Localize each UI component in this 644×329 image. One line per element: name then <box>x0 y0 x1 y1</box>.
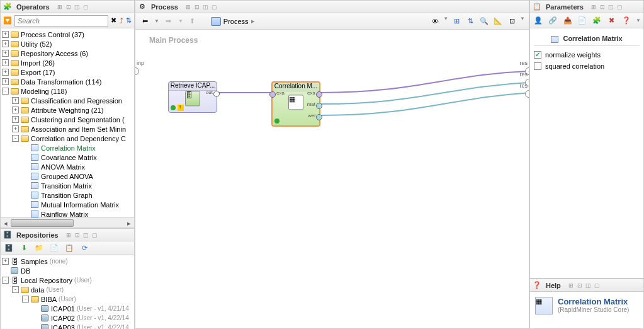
panel-btn-icon[interactable]: ◫ <box>74 3 81 11</box>
collapse-icon[interactable]: - <box>2 88 9 95</box>
panel-btn-icon[interactable]: ⊡ <box>193 3 201 11</box>
expand-icon[interactable]: + <box>12 125 19 132</box>
tree-item[interactable]: Transition Matrix <box>1 181 134 190</box>
tree-item[interactable]: -data(User) <box>1 285 134 294</box>
collapse-icon[interactable]: - <box>12 286 19 293</box>
collapse-icon[interactable]: - <box>22 296 29 303</box>
scroll-thumb[interactable] <box>11 219 74 227</box>
repositories-tree[interactable]: +🗄Samples(none)DB-🗄Local Repository(User… <box>1 255 134 329</box>
expand-icon[interactable]: + <box>2 78 9 85</box>
panel-btn-icon[interactable]: ▢ <box>82 3 90 11</box>
process-result-port[interactable] <box>525 90 529 98</box>
tree-item[interactable]: Covariance Matrix <box>1 153 134 162</box>
panel-btn-icon[interactable]: ◫ <box>607 3 615 11</box>
param-help-button[interactable]: ❓ <box>621 15 632 26</box>
panel-btn-icon[interactable]: ⊞ <box>65 231 72 239</box>
operator-output-port[interactable] <box>316 91 322 98</box>
repo-add-button[interactable]: 🗄️ <box>3 243 14 254</box>
expand-icon[interactable]: + <box>12 107 19 113</box>
operator-output-port[interactable] <box>213 91 220 97</box>
snap-button[interactable]: ⊡ <box>506 16 517 27</box>
operator-input-port[interactable] <box>269 91 276 98</box>
repo-folder-button[interactable]: 📁 <box>33 243 45 254</box>
expand-icon[interactable]: + <box>2 59 9 66</box>
arrange-button[interactable]: ⇅ <box>465 16 476 27</box>
expand-icon[interactable]: + <box>12 97 19 104</box>
operator-output-port[interactable] <box>316 114 322 120</box>
tree-item[interactable]: Rainflow Matrix <box>1 209 134 217</box>
repo-paste-button[interactable]: 📋 <box>64 243 75 254</box>
repo-new-button[interactable]: ⬇ <box>18 243 30 254</box>
panel-btn-icon[interactable]: ⊡ <box>74 231 81 239</box>
collapse-icon[interactable]: - <box>12 135 19 142</box>
tree-item[interactable]: -🗄Local Repository(User) <box>1 275 134 285</box>
horizontal-scrollbar[interactable]: ◂ ▸ <box>1 217 134 228</box>
operator-output-port[interactable] <box>316 103 322 109</box>
panel-btn-icon[interactable]: ⊞ <box>590 3 597 11</box>
zoom-button[interactable]: 🔍 <box>478 16 490 27</box>
sort-button[interactable]: ⇅ <box>126 15 132 26</box>
expand-icon[interactable]: + <box>2 40 9 47</box>
expand-icon[interactable]: + <box>2 258 9 265</box>
expand-icon[interactable]: + <box>2 69 9 76</box>
panel-btn-icon[interactable]: ▢ <box>211 3 218 11</box>
param-button[interactable]: 🧩 <box>592 15 602 26</box>
process-canvas[interactable]: Main Process inp res res res Retrieve IC… <box>135 30 529 328</box>
tree-item[interactable]: +Data Transformation (114) <box>1 77 134 86</box>
filter-dropdown-button[interactable]: 🔽 <box>3 15 12 26</box>
layout-button[interactable]: ⊞ <box>451 16 462 27</box>
scroll-right-icon[interactable]: ▸ <box>124 218 134 228</box>
panel-btn-icon[interactable]: ◫ <box>202 3 210 11</box>
panel-btn-icon[interactable]: ⊞ <box>184 3 192 11</box>
collapse-icon[interactable]: - <box>2 277 9 284</box>
expand-icon[interactable]: + <box>2 31 9 38</box>
repo-refresh-button[interactable]: ⟳ <box>79 243 90 254</box>
tree-item[interactable]: Grouped ANOVA <box>1 171 134 181</box>
repo-copy-button[interactable]: 📄 <box>48 243 60 254</box>
param-normalize-weights[interactable]: ✔ normalize weights <box>534 51 640 59</box>
process-input-port[interactable] <box>135 67 139 75</box>
operator-retrieve[interactable]: Retrieve ICAP... 🗄 out ! <box>168 81 217 113</box>
param-user-button[interactable]: 👤 <box>533 15 543 26</box>
tree-item[interactable]: -Correlation and Dependency C <box>1 134 134 143</box>
param-link-button[interactable]: 🔗 <box>547 15 558 26</box>
tree-item[interactable]: -BIBA(User) <box>1 294 134 304</box>
expand-icon[interactable]: + <box>2 50 9 57</box>
breadcrumb[interactable]: Process ▸ <box>211 17 255 26</box>
panel-btn-icon[interactable]: ◫ <box>585 282 592 289</box>
tree-item[interactable]: +Classification and Regression <box>1 96 134 105</box>
clear-search-button[interactable]: ✖ <box>111 15 116 26</box>
tree-item[interactable]: Correlation Matrix <box>1 143 134 153</box>
auto-button[interactable]: 📐 <box>492 16 504 27</box>
tree-item[interactable]: +Process Control (37) <box>1 30 134 39</box>
tree-item[interactable]: ANOVA Matrix <box>1 162 134 171</box>
nav-up-button[interactable]: ⬆ <box>187 16 198 27</box>
panel-btn-icon[interactable]: ⊞ <box>56 3 64 11</box>
panel-btn-icon[interactable]: ⊡ <box>576 282 584 289</box>
param-export-button[interactable]: 📤 <box>562 15 573 26</box>
tree-item[interactable]: +Import (26) <box>1 58 134 67</box>
panel-btn-icon[interactable]: ⊡ <box>599 3 606 11</box>
tree-item[interactable]: -Modeling (118) <box>1 86 134 96</box>
tree-item[interactable]: ICAP02(User - v1, 4/22/14 <box>1 313 134 323</box>
search-input[interactable] <box>14 15 108 26</box>
checkbox-unchecked-icon[interactable] <box>534 62 541 70</box>
panel-btn-icon[interactable]: ⊞ <box>567 282 575 289</box>
tree-item[interactable]: +Utility (52) <box>1 39 134 49</box>
tree-item[interactable]: Mutual Information Matrix <box>1 200 134 209</box>
panel-btn-icon[interactable]: ▢ <box>91 231 99 239</box>
tree-item[interactable]: +Association and Item Set Minin <box>1 124 134 134</box>
expand-button[interactable]: ⤴ <box>119 15 123 26</box>
tree-item[interactable]: ICAP01(User - v1, 4/21/14 <box>1 304 134 313</box>
param-button[interactable]: 📄 <box>577 15 587 26</box>
nav-forward-button[interactable]: ➡ <box>163 16 174 27</box>
tree-item[interactable]: DB <box>1 266 134 275</box>
tree-item[interactable]: +Repository Access (6) <box>1 49 134 58</box>
operator-correlation-matrix[interactable]: Correlation M... ▦ exa exa mat wei <box>271 81 320 127</box>
tree-item[interactable]: +Attribute Weighting (21) <box>1 105 134 115</box>
panel-btn-icon[interactable]: ⊡ <box>65 3 72 11</box>
panel-btn-icon[interactable]: ▢ <box>616 3 624 11</box>
panel-btn-icon[interactable]: ▢ <box>594 282 601 289</box>
nav-back-button[interactable]: ⬅ <box>139 16 150 27</box>
panel-btn-icon[interactable]: ◫ <box>82 231 90 239</box>
